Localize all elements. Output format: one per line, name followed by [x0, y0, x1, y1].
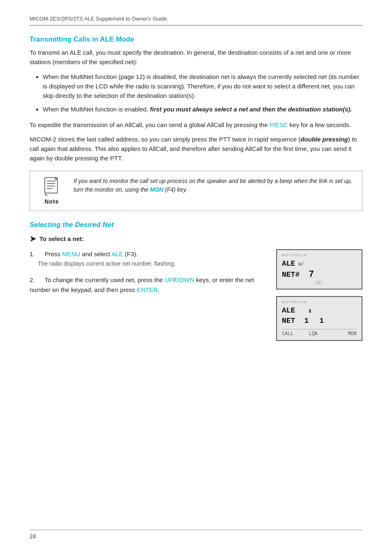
- page: MICOM-2ES/2RS/2TS ALE Supplement to Owne…: [0, 0, 392, 556]
- section-selecting: Selecting the Desired Net ➤ To select a …: [30, 221, 362, 341]
- step-1: 1. Press MENU and select ALE (F3). The r…: [30, 249, 264, 268]
- bullet1-text: When the MultiNet function (page 12) is …: [43, 73, 359, 100]
- step2-cyan2: DOWN: [175, 276, 195, 283]
- subsection-title: ➤ To select a net:: [30, 234, 362, 243]
- arrow-icon: ➤: [30, 234, 36, 243]
- step2-desc: To change the currently used net, press …: [30, 276, 254, 293]
- lcd1-row2: NET# 7: [282, 269, 357, 281]
- bullet-item-1: When the MultiNet function (page 12) is …: [43, 72, 362, 101]
- step1-sub: The radio displays current active net nu…: [38, 260, 264, 268]
- bullet2-pre: When the MultiNet function is enabled,: [43, 106, 150, 113]
- para2-pre: To expedite the transmission of an AllCa…: [30, 121, 270, 128]
- lcd1-line2-pre: NET#: [282, 270, 300, 280]
- bullet2-bold-italic: first you must always select a net and t…: [150, 106, 352, 113]
- lcd2-val1: 1: [304, 316, 309, 326]
- step2-cyan1: UP: [165, 276, 173, 283]
- lcd-screen-2: MOTOROLA ALE ▮ NET 1 1 CALL LQA MON: [276, 296, 362, 341]
- step2-pre: To change the currently used net, press …: [45, 276, 165, 283]
- lcd-screen-1: MOTOROLA ALE W/ NET# 7 /I\: [276, 249, 362, 290]
- subsection-label: To select a net:: [39, 235, 84, 242]
- lcd2-key-call: CALL: [282, 331, 294, 337]
- lcd2-cursor: ▮: [308, 307, 311, 315]
- lcd2-row1: ALE ▮: [282, 306, 357, 315]
- lcd2-key-lqa: LQA: [309, 331, 318, 337]
- lcd-screens: MOTOROLA ALE W/ NET# 7 /I\ MOTOROLA A: [276, 249, 362, 341]
- para2-cyan: P/ESC: [270, 121, 288, 128]
- step1-post: (F3).: [123, 250, 138, 257]
- lcd2-key-mon: MON: [348, 331, 357, 337]
- note-text-post: (F4) key.: [164, 186, 187, 193]
- step-2: 2. To change the currently used net, pre…: [30, 275, 264, 294]
- section2-title: Selecting the Desired Net: [30, 221, 362, 229]
- header-section: MICOM-2ES/2RS/2TS ALE Supplement to Owne…: [30, 15, 362, 25]
- section-transmitting: Transmitting Calls in ALE Mode To transm…: [30, 35, 362, 211]
- step1-line: 1. Press MENU and select ALE (F3).: [30, 249, 264, 259]
- lcd1-small: /I\: [315, 280, 357, 285]
- lcd2-keys: CALL LQA MON: [282, 329, 357, 337]
- lcd2-brand: MOTOROLA: [282, 300, 357, 304]
- para3-pre: MICOM-2 stores the last called address, …: [30, 136, 300, 143]
- step2-post: .: [158, 286, 159, 293]
- steps-text: 1. Press MENU and select ALE (F3). The r…: [30, 249, 264, 302]
- lcd1-row1: ALE W/: [282, 259, 357, 269]
- lcd1-line1: ALE: [282, 259, 295, 269]
- para3-bold-italic: double pressing: [300, 136, 348, 143]
- lcd2-val2: 1: [319, 316, 324, 326]
- note-icon-area: Note: [37, 177, 66, 205]
- note-label: Note: [44, 198, 59, 205]
- header-text: MICOM-2ES/2RS/2TS ALE Supplement to Owne…: [30, 16, 167, 22]
- lcd1-line2-val: 7: [309, 269, 314, 281]
- step2-line: 2. To change the currently used net, pre…: [30, 275, 264, 294]
- note-text-pre: If you want to monitor the call set up p…: [74, 178, 352, 193]
- bullet-list: When the MultiNet function (page 12) is …: [43, 72, 362, 114]
- step1-cyan2: ALE: [111, 250, 123, 257]
- lcd1-line1-extra: W/: [298, 261, 304, 268]
- footer-page: 24: [30, 533, 36, 540]
- bullet-item-2: When the MultiNet function is enabled, f…: [43, 104, 362, 114]
- lcd2-line1: ALE: [282, 306, 295, 315]
- section1-title: Transmitting Calls in ALE Mode: [30, 35, 362, 44]
- lcd1-brand: MOTOROLA: [282, 253, 357, 257]
- note-text: If you want to monitor the call set up p…: [74, 177, 355, 195]
- step1-pre: Press: [45, 250, 62, 257]
- note-box: Note If you want to monitor the call set…: [30, 171, 362, 211]
- footer: 24: [30, 530, 362, 540]
- step2-num: 2.: [30, 276, 35, 283]
- step1-cyan1: MENU: [62, 250, 80, 257]
- para2-post: key for a few seconds.: [288, 121, 351, 128]
- steps-area: 1. Press MENU and select ALE (F3). The r…: [30, 249, 362, 341]
- step2-cyan3: ENTER: [137, 286, 158, 293]
- step1-desc: Press MENU and select ALE (F3).: [45, 250, 138, 257]
- section1-intro: To transmit an ALE call, you must specif…: [30, 48, 362, 67]
- step1-mid: and select: [80, 250, 111, 257]
- note-icon: [42, 177, 62, 197]
- section1-para3: MICOM-2 stores the last called address, …: [30, 134, 362, 163]
- section1-para2: To expedite the transmission of an AllCa…: [30, 120, 362, 130]
- step1-num: 1.: [30, 250, 35, 257]
- note-text-cyan: MON: [150, 186, 164, 193]
- lcd2-row2: NET 1 1: [282, 316, 357, 326]
- lcd2-line2: NET: [282, 316, 295, 326]
